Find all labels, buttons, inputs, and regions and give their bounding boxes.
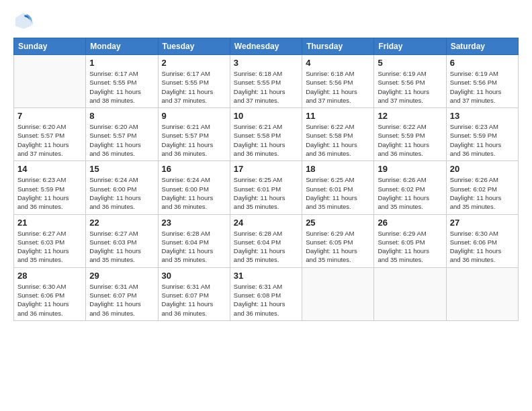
day-number: 14 bbox=[17, 164, 82, 174]
day-info: Sunrise: 6:26 AMSunset: 6:02 PMDaylight:… bbox=[378, 175, 442, 211]
day-info: Sunrise: 6:31 AMSunset: 6:07 PMDaylight:… bbox=[162, 282, 226, 318]
day-number: 27 bbox=[450, 218, 515, 228]
day-info: Sunrise: 6:25 AMSunset: 6:01 PMDaylight:… bbox=[306, 175, 370, 211]
calendar-cell: 20Sunrise: 6:26 AMSunset: 6:02 PMDayligh… bbox=[446, 161, 518, 214]
calendar-cell bbox=[14, 55, 86, 108]
calendar-cell: 2Sunrise: 6:17 AMSunset: 5:55 PMDaylight… bbox=[158, 55, 230, 108]
day-number: 29 bbox=[89, 271, 154, 281]
weekday-header-monday: Monday bbox=[86, 38, 158, 55]
calendar-cell: 10Sunrise: 6:21 AMSunset: 5:58 PMDayligh… bbox=[230, 108, 302, 161]
calendar-cell: 3Sunrise: 6:18 AMSunset: 5:55 PMDaylight… bbox=[230, 55, 302, 108]
calendar-cell: 13Sunrise: 6:23 AMSunset: 5:59 PMDayligh… bbox=[446, 108, 518, 161]
day-info: Sunrise: 6:31 AMSunset: 6:08 PMDaylight:… bbox=[234, 282, 298, 318]
day-number: 19 bbox=[378, 164, 442, 174]
day-number: 13 bbox=[450, 111, 515, 121]
day-number: 11 bbox=[306, 111, 370, 121]
calendar-cell: 22Sunrise: 6:27 AMSunset: 6:03 PMDayligh… bbox=[86, 214, 158, 267]
day-info: Sunrise: 6:31 AMSunset: 6:07 PMDaylight:… bbox=[89, 282, 154, 318]
calendar-cell: 4Sunrise: 6:18 AMSunset: 5:56 PMDaylight… bbox=[302, 55, 374, 108]
calendar-cell: 30Sunrise: 6:31 AMSunset: 6:07 PMDayligh… bbox=[158, 267, 230, 320]
calendar-cell: 23Sunrise: 6:28 AMSunset: 6:04 PMDayligh… bbox=[158, 214, 230, 267]
calendar-cell: 26Sunrise: 6:29 AMSunset: 6:05 PMDayligh… bbox=[374, 214, 446, 267]
weekday-header-row: SundayMondayTuesdayWednesdayThursdayFrid… bbox=[14, 38, 519, 55]
calendar-cell: 28Sunrise: 6:30 AMSunset: 6:06 PMDayligh… bbox=[14, 267, 86, 320]
day-number: 20 bbox=[450, 164, 515, 174]
day-number: 8 bbox=[89, 111, 154, 121]
day-info: Sunrise: 6:28 AMSunset: 6:04 PMDaylight:… bbox=[234, 229, 298, 265]
calendar-cell: 8Sunrise: 6:20 AMSunset: 5:57 PMDaylight… bbox=[86, 108, 158, 161]
day-number: 30 bbox=[162, 271, 226, 281]
calendar-cell: 27Sunrise: 6:30 AMSunset: 6:06 PMDayligh… bbox=[446, 214, 518, 267]
weekday-header-wednesday: Wednesday bbox=[230, 38, 302, 55]
day-info: Sunrise: 6:20 AMSunset: 5:57 PMDaylight:… bbox=[89, 122, 154, 158]
day-info: Sunrise: 6:29 AMSunset: 6:05 PMDaylight:… bbox=[306, 229, 370, 265]
day-info: Sunrise: 6:19 AMSunset: 5:56 PMDaylight:… bbox=[450, 69, 515, 105]
calendar-cell: 18Sunrise: 6:25 AMSunset: 6:01 PMDayligh… bbox=[302, 161, 374, 214]
day-info: Sunrise: 6:27 AMSunset: 6:03 PMDaylight:… bbox=[17, 229, 82, 265]
day-info: Sunrise: 6:23 AMSunset: 5:59 PMDaylight:… bbox=[450, 122, 515, 158]
day-info: Sunrise: 6:21 AMSunset: 5:57 PMDaylight:… bbox=[162, 122, 226, 158]
week-row-3: 14Sunrise: 6:23 AMSunset: 5:59 PMDayligh… bbox=[14, 161, 519, 214]
day-number: 3 bbox=[234, 58, 298, 68]
day-number: 21 bbox=[17, 218, 82, 228]
logo bbox=[13, 11, 36, 31]
weekday-header-friday: Friday bbox=[374, 38, 446, 55]
calendar-cell: 25Sunrise: 6:29 AMSunset: 6:05 PMDayligh… bbox=[302, 214, 374, 267]
day-info: Sunrise: 6:25 AMSunset: 6:01 PMDaylight:… bbox=[234, 175, 298, 211]
day-info: Sunrise: 6:24 AMSunset: 6:00 PMDaylight:… bbox=[89, 175, 154, 211]
calendar-cell bbox=[302, 267, 374, 320]
day-number: 17 bbox=[234, 164, 298, 174]
day-number: 26 bbox=[378, 218, 442, 228]
weekday-header-sunday: Sunday bbox=[14, 38, 86, 55]
day-info: Sunrise: 6:23 AMSunset: 5:59 PMDaylight:… bbox=[17, 175, 82, 211]
day-info: Sunrise: 6:27 AMSunset: 6:03 PMDaylight:… bbox=[89, 229, 154, 265]
day-info: Sunrise: 6:18 AMSunset: 5:55 PMDaylight:… bbox=[234, 69, 298, 105]
day-number: 16 bbox=[162, 164, 226, 174]
day-number: 23 bbox=[162, 218, 226, 228]
calendar-cell: 6Sunrise: 6:19 AMSunset: 5:56 PMDaylight… bbox=[446, 55, 518, 108]
week-row-4: 21Sunrise: 6:27 AMSunset: 6:03 PMDayligh… bbox=[14, 214, 519, 267]
day-number: 10 bbox=[234, 111, 298, 121]
calendar-cell: 1Sunrise: 6:17 AMSunset: 5:55 PMDaylight… bbox=[86, 55, 158, 108]
logo-icon bbox=[13, 11, 34, 31]
calendar-cell bbox=[446, 267, 518, 320]
calendar-cell: 16Sunrise: 6:24 AMSunset: 6:00 PMDayligh… bbox=[158, 161, 230, 214]
calendar-cell bbox=[374, 267, 446, 320]
day-info: Sunrise: 6:20 AMSunset: 5:57 PMDaylight:… bbox=[17, 122, 82, 158]
calendar-cell: 24Sunrise: 6:28 AMSunset: 6:04 PMDayligh… bbox=[230, 214, 302, 267]
day-number: 28 bbox=[17, 271, 82, 281]
page: SundayMondayTuesdayWednesdayThursdayFrid… bbox=[0, 0, 532, 411]
calendar-cell: 5Sunrise: 6:19 AMSunset: 5:56 PMDaylight… bbox=[374, 55, 446, 108]
day-info: Sunrise: 6:30 AMSunset: 6:06 PMDaylight:… bbox=[450, 229, 515, 265]
day-info: Sunrise: 6:17 AMSunset: 5:55 PMDaylight:… bbox=[89, 69, 154, 105]
day-number: 22 bbox=[89, 218, 154, 228]
calendar-cell: 31Sunrise: 6:31 AMSunset: 6:08 PMDayligh… bbox=[230, 267, 302, 320]
day-info: Sunrise: 6:17 AMSunset: 5:55 PMDaylight:… bbox=[162, 69, 226, 105]
calendar-cell: 7Sunrise: 6:20 AMSunset: 5:57 PMDaylight… bbox=[14, 108, 86, 161]
calendar-cell: 29Sunrise: 6:31 AMSunset: 6:07 PMDayligh… bbox=[86, 267, 158, 320]
day-number: 31 bbox=[234, 271, 298, 281]
day-number: 2 bbox=[162, 58, 226, 68]
calendar-cell: 21Sunrise: 6:27 AMSunset: 6:03 PMDayligh… bbox=[14, 214, 86, 267]
calendar-cell: 17Sunrise: 6:25 AMSunset: 6:01 PMDayligh… bbox=[230, 161, 302, 214]
day-number: 9 bbox=[162, 111, 226, 121]
calendar-cell: 12Sunrise: 6:22 AMSunset: 5:59 PMDayligh… bbox=[374, 108, 446, 161]
day-info: Sunrise: 6:18 AMSunset: 5:56 PMDaylight:… bbox=[306, 69, 370, 105]
day-number: 7 bbox=[17, 111, 82, 121]
week-row-1: 1Sunrise: 6:17 AMSunset: 5:55 PMDaylight… bbox=[14, 55, 519, 108]
day-number: 12 bbox=[378, 111, 442, 121]
day-info: Sunrise: 6:29 AMSunset: 6:05 PMDaylight:… bbox=[378, 229, 442, 265]
day-info: Sunrise: 6:19 AMSunset: 5:56 PMDaylight:… bbox=[378, 69, 442, 105]
calendar-cell: 15Sunrise: 6:24 AMSunset: 6:00 PMDayligh… bbox=[86, 161, 158, 214]
calendar-cell: 9Sunrise: 6:21 AMSunset: 5:57 PMDaylight… bbox=[158, 108, 230, 161]
day-info: Sunrise: 6:22 AMSunset: 5:59 PMDaylight:… bbox=[378, 122, 442, 158]
calendar: SundayMondayTuesdayWednesdayThursdayFrid… bbox=[13, 38, 519, 321]
day-info: Sunrise: 6:28 AMSunset: 6:04 PMDaylight:… bbox=[162, 229, 226, 265]
day-number: 25 bbox=[306, 218, 370, 228]
weekday-header-tuesday: Tuesday bbox=[158, 38, 230, 55]
day-info: Sunrise: 6:26 AMSunset: 6:02 PMDaylight:… bbox=[450, 175, 515, 211]
day-number: 5 bbox=[378, 58, 442, 68]
day-info: Sunrise: 6:30 AMSunset: 6:06 PMDaylight:… bbox=[17, 282, 82, 318]
week-row-5: 28Sunrise: 6:30 AMSunset: 6:06 PMDayligh… bbox=[14, 267, 519, 320]
day-info: Sunrise: 6:22 AMSunset: 5:58 PMDaylight:… bbox=[306, 122, 370, 158]
